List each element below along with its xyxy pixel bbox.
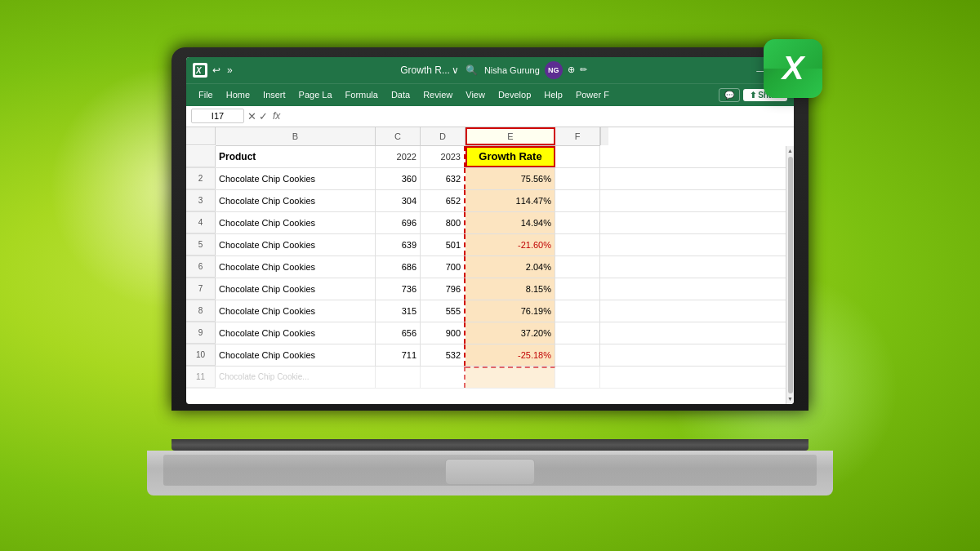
cell-e9[interactable]: 37.20% (466, 322, 555, 344)
cell-reference-input[interactable] (191, 109, 244, 123)
scrollbar-corner (600, 127, 608, 145)
cell-d2[interactable]: 632 (421, 168, 466, 189)
data-row-10: 10 Chocolate Chip Cookies 711 532 -25.18… (186, 344, 786, 367)
cell-d11 (421, 367, 466, 388)
laptop-hinge (172, 439, 808, 451)
spreadsheet-header-row: Product 2022 2023 Growth Rate (186, 146, 786, 168)
menu-view[interactable]: View (460, 87, 491, 102)
cell-e4[interactable]: 14.94% (466, 212, 555, 233)
laptop-container: X X ↩ » (172, 47, 808, 504)
cell-b5[interactable]: Chocolate Chip Cookies (216, 234, 376, 256)
menu-formula[interactable]: Formula (340, 87, 384, 102)
cell-f8 (555, 300, 600, 322)
cell-b4[interactable]: Chocolate Chip Cookies (216, 212, 376, 233)
cell-d4[interactable]: 800 (421, 212, 466, 233)
cell-d10[interactable]: 532 (421, 344, 466, 366)
menu-home[interactable]: Home (220, 87, 256, 102)
cell-b3[interactable]: Chocolate Chip Cookies (216, 190, 376, 211)
menu-file[interactable]: File (193, 87, 219, 102)
title-search[interactable]: 🔍 (466, 64, 478, 76)
spreadsheet-area: B C D E F (186, 127, 794, 404)
scroll-thumb[interactable] (788, 157, 793, 393)
cell-b2[interactable]: Chocolate Chip Cookies (216, 168, 376, 189)
menu-page-layout[interactable]: Page La (293, 87, 338, 102)
cell-b7[interactable]: Chocolate Chip Cookies (216, 278, 376, 300)
cell-c3[interactable]: 304 (376, 190, 421, 211)
col-header-b: B (216, 127, 376, 145)
cell-c7[interactable]: 736 (376, 278, 421, 300)
formula-cancel[interactable]: ✕ (247, 110, 256, 122)
cell-c5[interactable]: 639 (376, 234, 421, 256)
col-header-f: F (555, 127, 600, 145)
cell-d3[interactable]: 652 (421, 190, 466, 211)
cell-f9 (555, 322, 600, 344)
formula-confirm[interactable]: ✓ (259, 110, 268, 122)
corner-cell (186, 127, 216, 145)
cell-c4[interactable]: 696 (376, 212, 421, 233)
menu-developer[interactable]: Develop (492, 87, 537, 102)
scroll-down-arrow[interactable]: ▼ (787, 396, 794, 402)
cell-c1[interactable]: 2022 (376, 146, 421, 167)
undo-button[interactable]: ↩ (212, 64, 220, 76)
data-row-4: 4 Chocolate Chip Cookies 696 800 14.94% (186, 212, 786, 234)
cell-e7[interactable]: 8.15% (466, 278, 555, 300)
cell-d1[interactable]: 2023 (421, 146, 466, 167)
redo-button[interactable]: » (227, 64, 233, 76)
cell-d8[interactable]: 555 (421, 300, 466, 322)
cell-b10[interactable]: Chocolate Chip Cookies (216, 344, 376, 366)
row-header-6: 6 (186, 256, 216, 278)
data-row-3: 3 Chocolate Chip Cookies 304 652 114.47% (186, 190, 786, 212)
cell-e1-growth-rate[interactable]: Growth Rate (466, 146, 555, 167)
col-header-e: E (466, 127, 555, 145)
row-header-1 (186, 146, 216, 167)
formula-input[interactable] (283, 111, 789, 121)
cell-c9[interactable]: 656 (376, 322, 421, 344)
cell-f10 (555, 344, 600, 366)
cell-e6[interactable]: 2.04% (466, 256, 555, 278)
row-header-10: 10 (186, 344, 216, 366)
laptop-base (147, 439, 833, 504)
cell-b1[interactable]: Product (216, 146, 376, 167)
cell-e3[interactable]: 114.47% (466, 190, 555, 211)
cell-d9[interactable]: 900 (421, 322, 466, 344)
cell-c10[interactable]: 711 (376, 344, 421, 366)
cell-c8[interactable]: 315 (376, 300, 421, 322)
cell-f2 (555, 168, 600, 189)
user-avatar: NG (545, 61, 563, 79)
user-info: Nisha Gurung NG ⊕ ✏ (484, 61, 587, 79)
formula-controls: ✕ ✓ (247, 110, 268, 122)
cell-d5[interactable]: 501 (421, 234, 466, 256)
row-header-9: 9 (186, 322, 216, 344)
search-icon: 🔍 (466, 64, 478, 76)
cell-b9[interactable]: Chocolate Chip Cookies (216, 322, 376, 344)
cell-f11 (555, 367, 600, 388)
menu-help[interactable]: Help (538, 87, 568, 102)
row-header-5: 5 (186, 234, 216, 256)
cell-c6[interactable]: 686 (376, 256, 421, 278)
vertical-scrollbar[interactable]: ▲ ▼ (786, 146, 794, 404)
menu-review[interactable]: Review (417, 87, 458, 102)
globe-icon: ⊕ (568, 64, 575, 75)
workbook-title: Growth R... ∨ (400, 64, 459, 76)
title-bar-center: Growth R... ∨ 🔍 Nisha Gurung NG ⊕ (234, 61, 754, 79)
menu-power[interactable]: Power F (570, 87, 615, 102)
cell-b6[interactable]: Chocolate Chip Cookies (216, 256, 376, 278)
laptop-trackpad (445, 459, 535, 485)
menu-data[interactable]: Data (385, 87, 416, 102)
cell-c2[interactable]: 360 (376, 168, 421, 189)
scroll-up-arrow[interactable]: ▲ (787, 148, 794, 154)
cell-e10[interactable]: -25.18% (466, 344, 555, 366)
cell-e2[interactable]: 75.56% (466, 168, 555, 189)
cell-b11: Chocolate Chip Cookie... (216, 367, 376, 388)
data-row-5: 5 Chocolate Chip Cookies 639 501 -21.60% (186, 234, 786, 256)
cell-f7 (555, 278, 600, 300)
column-headers: B C D E F (216, 127, 600, 146)
screen-bezel: X ↩ » Growth R... ∨ 🔍 (172, 47, 808, 411)
cell-d7[interactable]: 796 (421, 278, 466, 300)
cell-e5[interactable]: -21.60% (466, 234, 555, 256)
comment-button[interactable]: 💬 (719, 88, 740, 102)
cell-e8[interactable]: 76.19% (466, 300, 555, 322)
menu-insert[interactable]: Insert (257, 87, 292, 102)
cell-b8[interactable]: Chocolate Chip Cookies (216, 300, 376, 322)
cell-d6[interactable]: 700 (421, 256, 466, 278)
